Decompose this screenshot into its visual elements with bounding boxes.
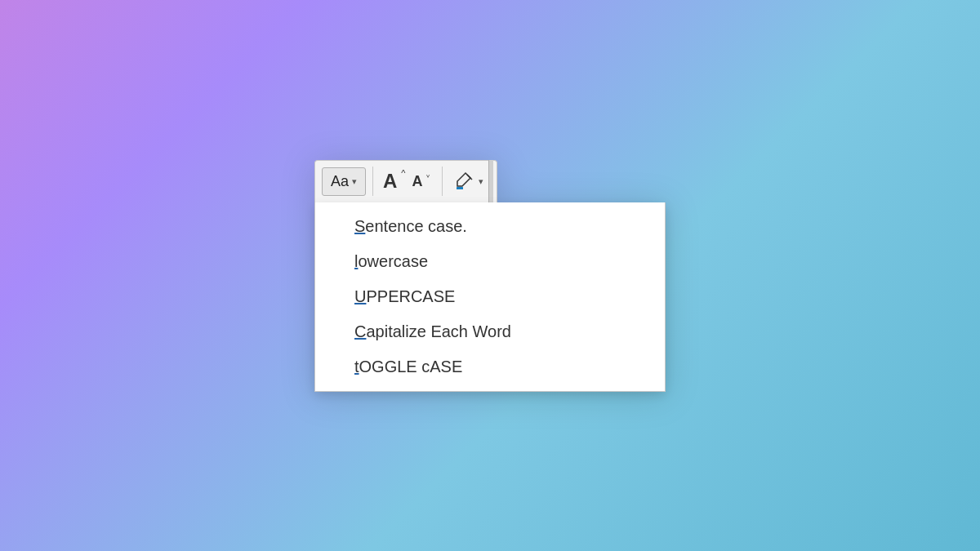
menu-item-toggle-case[interactable]: tOGGLE cASE: [315, 349, 665, 384]
change-case-menu: Sentence case. lowercase UPPERCASE Capit…: [314, 202, 666, 392]
toolbar-separator-2: [442, 167, 443, 196]
font-dropdown-button[interactable]: Aa ▾: [322, 167, 366, 196]
menu-item-lowercase-label: lowercase: [354, 252, 428, 271]
svg-marker-0: [457, 173, 470, 186]
highlight-chevron: ▾: [479, 176, 483, 187]
menu-item-uppercase[interactable]: UPPERCASE: [315, 279, 665, 314]
font-size-controls: A^ Aᵛ: [376, 168, 435, 194]
highlight-icon: [454, 171, 475, 192]
menu-item-capitalize[interactable]: Capitalize Each Word: [315, 314, 665, 349]
menu-item-lowercase[interactable]: lowercase: [315, 244, 665, 279]
grow-font-button[interactable]: A^: [383, 171, 397, 191]
svg-rect-2: [457, 187, 463, 189]
menu-item-capitalize-label: Capitalize Each Word: [354, 322, 511, 341]
highlight-button[interactable]: ▾: [449, 167, 488, 195]
toolbar-separator-1: [372, 167, 373, 196]
toolbar: Aa ▾ A^ Aᵛ ▾: [314, 160, 497, 202]
shrink-font-button[interactable]: Aᵛ: [412, 174, 422, 189]
menu-item-uppercase-label: UPPERCASE: [354, 287, 455, 306]
word-change-case-panel: Aa ▾ A^ Aᵛ ▾ Sente: [314, 160, 666, 392]
font-dropdown-chevron: ▾: [352, 176, 357, 187]
menu-item-sentence-case-label: Sentence case.: [354, 217, 467, 236]
toolbar-right-edge: [488, 160, 493, 202]
menu-item-sentence-case[interactable]: Sentence case.: [315, 209, 665, 244]
font-label: Aa: [331, 173, 349, 190]
menu-item-toggle-case-label: tOGGLE cASE: [354, 358, 462, 376]
